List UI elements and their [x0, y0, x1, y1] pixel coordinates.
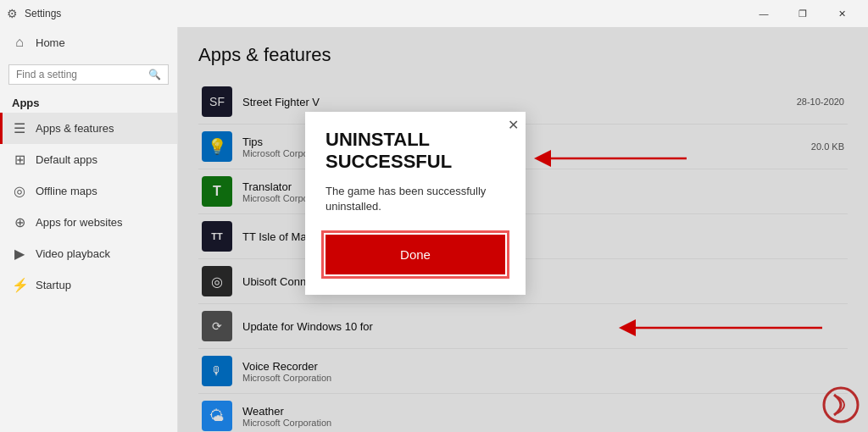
video-playback-icon: ▶	[12, 246, 27, 262]
sidebar-item-home[interactable]: ⌂ Home	[0, 27, 177, 58]
modal-close-button[interactable]: ✕	[508, 119, 519, 132]
sidebar-apps-features-label: Apps & features	[36, 122, 114, 135]
startup-icon: ⚡	[12, 277, 27, 293]
sidebar-item-apps-features[interactable]: ☰ Apps & features	[0, 113, 177, 144]
modal-overlay: ✕ UNINSTALLSUCCESSFUL The game has been …	[178, 27, 868, 432]
home-icon: ⌂	[12, 35, 27, 50]
search-icon: 🔍	[148, 69, 161, 80]
settings-icon: ⚙	[7, 7, 18, 20]
offline-maps-icon: ◎	[12, 183, 27, 199]
apps-section-label: Apps	[0, 91, 177, 113]
titlebar: ⚙ Settings — ❐ ✕	[0, 0, 868, 27]
titlebar-controls: — ❐ ✕	[744, 0, 861, 27]
sidebar-item-video-playback[interactable]: ▶ Video playback	[0, 238, 177, 269]
default-apps-icon: ⊞	[12, 152, 27, 168]
apps-features-icon: ☰	[12, 120, 27, 136]
sidebar-video-playback-label: Video playback	[36, 247, 110, 260]
sidebar-default-apps-label: Default apps	[36, 153, 97, 166]
modal-title: UNINSTALLSUCCESSFUL	[326, 129, 505, 174]
done-button[interactable]: Done	[326, 235, 505, 274]
close-button[interactable]: ✕	[822, 0, 861, 27]
app-title: Settings	[25, 8, 61, 19]
sidebar-search-box[interactable]: 🔍	[8, 64, 169, 85]
uninstall-modal: ✕ UNINSTALLSUCCESSFUL The game has been …	[305, 112, 526, 295]
main-layout: ⌂ Home 🔍 Apps ☰ Apps & features ⊞ Defaul…	[0, 27, 868, 432]
sidebar-item-startup[interactable]: ⚡ Startup	[0, 269, 177, 301]
restore-button[interactable]: ❐	[783, 0, 822, 27]
sidebar-item-default-apps[interactable]: ⊞ Default apps	[0, 144, 177, 175]
modal-description: The game has been successfully uninstall…	[326, 184, 505, 214]
sidebar-apps-websites-label: Apps for websites	[36, 216, 123, 229]
sidebar-item-offline-maps[interactable]: ◎ Offline maps	[0, 175, 177, 207]
sidebar-offline-maps-label: Offline maps	[36, 185, 97, 197]
sidebar-startup-label: Startup	[36, 279, 71, 291]
search-input[interactable]	[16, 69, 143, 80]
sidebar-home-label: Home	[36, 36, 65, 49]
sidebar-item-apps-websites[interactable]: ⊕ Apps for websites	[0, 207, 177, 238]
titlebar-left: ⚙ Settings	[7, 7, 61, 20]
content-area: Apps & features SF Street Fighter V 28-1…	[178, 27, 868, 432]
minimize-button[interactable]: —	[744, 0, 783, 27]
apps-websites-icon: ⊕	[12, 214, 27, 230]
sidebar: ⌂ Home 🔍 Apps ☰ Apps & features ⊞ Defaul…	[0, 27, 178, 432]
